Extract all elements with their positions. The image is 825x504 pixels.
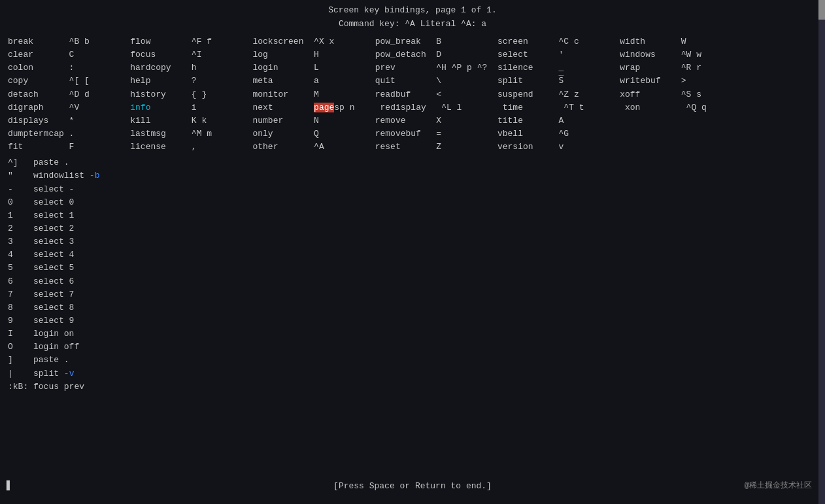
- watermark-text: @稀土掘金技术社区: [745, 481, 812, 490]
- extra-pre: ^] paste . " windowlist -b - select - 0 …: [8, 156, 817, 394]
- bindings-table: break ^B b flow ^F f lockscreen ^X x pow…: [8, 35, 817, 154]
- footer: [Press Space or Return to end.]: [0, 481, 825, 491]
- title-text: Screen key bindings, page 1 of 1.: [328, 5, 496, 15]
- binding-fit: fit F license , other ^A reset Z version…: [8, 142, 564, 152]
- binding-break: break ^B b flow ^F f lockscreen ^X x pow…: [8, 37, 686, 46]
- command-key-text: Command key: ^A Literal ^A: a: [339, 19, 486, 29]
- binding-displays: displays * kill K k number N remove X ti…: [8, 116, 564, 126]
- binding-clear: clear C focus ^I log H pow_detach D sele…: [8, 50, 701, 59]
- binding-colon: colon : hardcopy h login L prev ^H ^P p …: [8, 63, 701, 73]
- terminal: Screen key bindings, page 1 of 1. Comman…: [0, 0, 825, 504]
- binding-detach: detach ^D d history { } monitor M readbu…: [8, 90, 701, 99]
- cursor-indicator: ▋: [7, 480, 12, 491]
- command-line: Command key: ^A Literal ^A: a: [0, 18, 825, 35]
- header-title: Screen key bindings, page 1 of 1.: [0, 0, 825, 18]
- binding-dumptermcap: dumptermcap . lastmsg ^M m only Q remove…: [8, 129, 569, 139]
- bindings-area: break ^B b flow ^F f lockscreen ^X x pow…: [0, 35, 825, 154]
- footer-text: [Press Space or Return to end.]: [333, 481, 492, 491]
- extra-bindings: ^] paste . " windowlist -b - select - 0 …: [0, 154, 825, 396]
- binding-digraph: digraph ^V info i next pagesp n redispla…: [8, 103, 707, 112]
- scrollbar-thumb[interactable]: [818, 0, 825, 20]
- scrollbar[interactable]: [818, 0, 825, 504]
- watermark: @稀土掘金技术社区: [745, 480, 812, 491]
- binding-copy: copy ^[ [ help ? meta a quit \ split S̅ …: [8, 76, 686, 86]
